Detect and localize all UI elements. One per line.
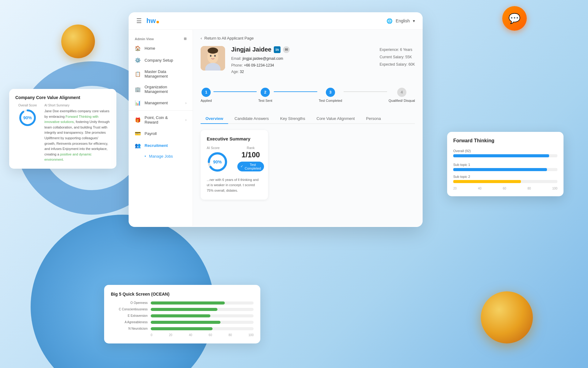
big5-track-1 bbox=[151, 308, 254, 311]
rank-value: 1/100 bbox=[237, 151, 264, 159]
sidebar-sub-item-manage-jobs[interactable]: Manage Jobs bbox=[129, 151, 193, 161]
step-label-2: Test Sent bbox=[258, 99, 272, 102]
step-label-1: Applied bbox=[201, 99, 212, 102]
sidebar-label-home: Home bbox=[145, 46, 155, 51]
big5-track-2 bbox=[151, 314, 254, 317]
orb-gold-bottom bbox=[481, 291, 533, 343]
chat-bubble-icon[interactable] bbox=[502, 6, 527, 31]
globe-icon: 🌐 bbox=[386, 18, 393, 24]
step-applied: 1 Applied bbox=[201, 88, 212, 102]
sidebar-item-point-coin[interactable]: 🎁 Point, Coin & Reward › bbox=[129, 112, 193, 128]
tab-candidate-answers[interactable]: Candidate Answers bbox=[230, 114, 274, 124]
candidate-avatar bbox=[201, 46, 225, 71]
main-content: ‹ Return to All Applicant Page bbox=[193, 30, 423, 226]
sidebar-label-recruitment: Recruitment bbox=[145, 143, 168, 148]
big5-bar-label-0: O Openness bbox=[111, 301, 148, 305]
overall-bar-track bbox=[453, 154, 557, 157]
logo: hw bbox=[146, 17, 159, 25]
forward-thinking-title: Forward Thinking bbox=[453, 138, 557, 144]
big5-bar-label-4: N Neuroticism bbox=[111, 327, 148, 330]
management-icon: 📊 bbox=[135, 100, 141, 106]
sidebar-icon: ⊞ bbox=[184, 37, 187, 41]
sidebar-item-home[interactable]: 🏠 Home bbox=[129, 42, 193, 54]
core-score-circle: 90% bbox=[18, 109, 37, 127]
big5-bar-label-2: E Extraversion bbox=[111, 314, 148, 317]
big5-bar-row-4: N Neuroticism bbox=[111, 327, 254, 330]
core-value-summary: Jane Doe exemplifies company core values… bbox=[44, 109, 110, 163]
big5-axis: 0 20 40 60 80 100 bbox=[111, 333, 254, 337]
step-test-completed: 3 Test Completed bbox=[319, 88, 342, 102]
ai-score-circle: 90% bbox=[207, 151, 228, 173]
sidebar-item-recruitment[interactable]: 👥 Recruitment bbox=[129, 140, 193, 151]
step-circle-3: 3 bbox=[326, 88, 335, 97]
big5-bars-container: O Openness C Conscientiousness E Extrave… bbox=[111, 301, 254, 330]
step-label-3: Test Completed bbox=[319, 99, 342, 102]
step-line-1 bbox=[213, 91, 257, 92]
overall-bar-section: Overall (92) bbox=[453, 149, 557, 157]
tab-persona[interactable]: Persona bbox=[361, 114, 386, 124]
candidate-name: Jingjai Jaidee in ✉ bbox=[231, 46, 290, 53]
step-circle-1: 1 bbox=[202, 88, 211, 97]
sidebar-item-company-setup[interactable]: ⚙️ Company Setup bbox=[129, 54, 193, 66]
candidate-header: Jingjai Jaidee in ✉ Email: jingjai.jaide… bbox=[201, 46, 415, 75]
big5-fill-2 bbox=[151, 314, 210, 317]
big5-title: Big 5 Quick Screen (OCEAN) bbox=[111, 292, 254, 297]
rank-section: Rank 1/100 ✓ Test Completed bbox=[237, 146, 264, 171]
payroll-icon: 💳 bbox=[135, 131, 141, 136]
status-badge: ✓ Test Completed bbox=[237, 162, 264, 171]
avatar-illustration bbox=[201, 46, 225, 71]
linkedin-icon[interactable]: in bbox=[274, 46, 281, 53]
hamburger-icon[interactable]: ☰ bbox=[136, 17, 142, 25]
language-label[interactable]: English bbox=[396, 18, 410, 23]
core-score-text: 90% bbox=[23, 115, 32, 120]
sub1-bar-section: Sub topic 1 bbox=[453, 163, 557, 171]
step-line-3 bbox=[344, 91, 387, 92]
sidebar-label-master-data: Master Data Management bbox=[145, 69, 187, 79]
orb-gold-top bbox=[61, 25, 95, 58]
sidebar-item-payroll[interactable]: 💳 Payroll bbox=[129, 128, 193, 140]
tabs: Overview Candidate Answers Key Strengths… bbox=[201, 114, 415, 124]
sidebar: Admin View ⊞ 🏠 Home ⚙️ Company Setup 📋 M… bbox=[129, 30, 193, 226]
sidebar-label-payroll: Payroll bbox=[145, 131, 157, 136]
step-line-2 bbox=[274, 91, 317, 92]
language-dropdown-icon[interactable]: ▾ bbox=[413, 18, 415, 23]
score-section: AI Score 90% Rank 1/100 bbox=[207, 146, 262, 173]
email-social-icon[interactable]: ✉ bbox=[283, 46, 290, 53]
sidebar-label-manage-jobs: Manage Jobs bbox=[149, 154, 173, 159]
ai-score-section: AI Score 90% bbox=[207, 146, 228, 173]
forward-thinking-card: Forward Thinking Overall (92) Sub topic … bbox=[447, 132, 564, 196]
sub-bars: Sub topic 1 Sub topic 2 bbox=[453, 163, 557, 183]
sidebar-label-point-coin: Point, Coin & Reward bbox=[145, 115, 182, 125]
app-body: Admin View ⊞ 🏠 Home ⚙️ Company Setup 📋 M… bbox=[129, 30, 423, 226]
big5-bar-row-0: O Openness bbox=[111, 301, 254, 305]
logo-text: hw bbox=[146, 17, 156, 25]
summary-text: ...ner with 6 years of ll thinking and u… bbox=[207, 177, 262, 194]
sidebar-item-management[interactable]: 📊 Management › bbox=[129, 97, 193, 109]
master-data-icon: 📋 bbox=[135, 71, 141, 77]
overall-score-label: Overall Score bbox=[18, 104, 37, 107]
big5-fill-1 bbox=[151, 308, 217, 311]
big5-track-0 bbox=[151, 301, 254, 305]
exec-summary-area: Executive Summary AI Score 90% bbox=[201, 130, 415, 200]
big5-track-4 bbox=[151, 327, 254, 330]
tab-core-value[interactable]: Core Value Alignment bbox=[312, 114, 360, 124]
big5-bar-row-3: A Agreeableness bbox=[111, 320, 254, 324]
tab-key-strengths[interactable]: Key Strengths bbox=[275, 114, 310, 124]
back-link[interactable]: ‹ Return to All Applicant Page bbox=[201, 36, 415, 40]
svg-point-7 bbox=[214, 55, 216, 57]
candidate-meta: Email: jingjai.jaidee@gmail.com Phone: +… bbox=[231, 56, 290, 75]
tab-overview[interactable]: Overview bbox=[201, 114, 228, 124]
sub1-track bbox=[453, 168, 557, 171]
core-value-title: Company Core Value Alignment bbox=[15, 95, 110, 100]
sidebar-divider bbox=[129, 110, 193, 111]
step-circle-4: 4 bbox=[397, 88, 406, 97]
sub1-label: Sub topic 1 bbox=[453, 163, 557, 167]
sidebar-item-master-data[interactable]: 📋 Master Data Management bbox=[129, 66, 193, 82]
svg-point-8 bbox=[208, 48, 218, 54]
app-window: ☰ hw 🌐 English ▾ Admin View ⊞ 🏠 Home ⚙️ … bbox=[129, 12, 423, 227]
sub2-label: Sub topic 2 bbox=[453, 175, 557, 178]
back-arrow-icon: ‹ bbox=[201, 36, 202, 40]
step-circle-2: 2 bbox=[261, 88, 270, 97]
logo-dot bbox=[156, 21, 159, 23]
sidebar-item-org-management[interactable]: 🏢 Organization Management bbox=[129, 82, 193, 97]
